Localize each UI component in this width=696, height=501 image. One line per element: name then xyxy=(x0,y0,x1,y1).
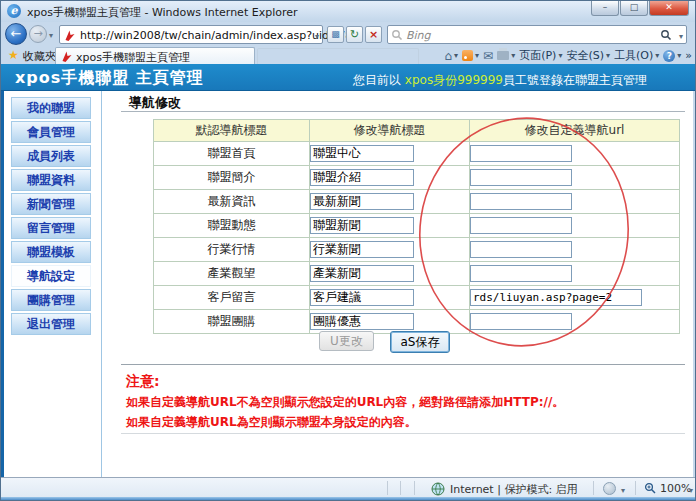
nav-url-input[interactable] xyxy=(470,217,572,234)
page-menu[interactable]: 页面(P) xyxy=(519,48,556,63)
page-dropdown-icon[interactable]: ▾ xyxy=(558,51,562,60)
zoom-dropdown-icon[interactable]: ▾ xyxy=(689,486,693,495)
print-dropdown-icon[interactable]: ▾ xyxy=(511,51,515,60)
notice-block: 注意: 如果自定義導航URL不為空則顯示您設定的URL內容，絕對路徑請添加HTT… xyxy=(126,373,564,431)
favorites-star-icon[interactable]: ★ xyxy=(8,48,19,62)
search-input[interactable]: Bing ▾ xyxy=(387,25,687,44)
home-icon[interactable]: ⌂ xyxy=(444,49,452,63)
stop-button[interactable]: × xyxy=(365,26,382,43)
page-header: xpos手機聯盟 主頁管理 您目前以 xpos身份999999員工號登錄在聯盟主… xyxy=(1,64,695,91)
home-dropdown-icon[interactable]: ▾ xyxy=(454,51,458,60)
safety-dropdown-icon[interactable]: ▾ xyxy=(606,51,610,60)
table-row: 產業觀望 xyxy=(154,262,680,286)
minimize-button[interactable]: – xyxy=(591,1,619,16)
xpos-favicon-icon xyxy=(63,29,76,42)
table-row: 聯盟動態 xyxy=(154,214,680,238)
notice-title: 注意: xyxy=(126,373,564,391)
nav-url-input[interactable] xyxy=(470,145,572,162)
feeds-dropdown-icon[interactable]: ▾ xyxy=(475,51,479,60)
default-title-cell: 聯盟團購 xyxy=(154,310,310,334)
sidebar-item[interactable]: 聯盟資料 xyxy=(11,169,91,191)
nav-title-input[interactable] xyxy=(310,145,414,162)
forward-button[interactable]: → xyxy=(29,25,47,43)
table-row: 客戶留言 xyxy=(154,286,680,310)
sidebar-item[interactable]: 聯盟模板 xyxy=(11,241,91,263)
site-title: xpos手機聯盟 主頁管理 xyxy=(15,68,204,89)
header-edit-title: 修改導航標題 xyxy=(310,120,470,142)
nav-url-input[interactable] xyxy=(470,289,642,306)
compatibility-view-button[interactable]: ▩ xyxy=(327,26,344,43)
default-title-cell: 聯盟首頁 xyxy=(154,142,310,166)
sidebar-item[interactable]: 成員列表 xyxy=(11,145,91,167)
nav-title-input[interactable] xyxy=(310,169,414,186)
sidebar-item[interactable]: 新聞管理 xyxy=(11,193,91,215)
print-icon[interactable] xyxy=(497,51,509,60)
tools-menu[interactable]: 工具(O) xyxy=(614,48,653,63)
help-icon[interactable]: ? xyxy=(663,50,675,62)
favorites-button[interactable]: 收藏夾 xyxy=(23,49,56,64)
history-dropdown-icon[interactable]: ▾ xyxy=(49,31,53,40)
save-button[interactable]: aS保存 xyxy=(390,331,450,353)
default-title-cell: 聯盟簡介 xyxy=(154,166,310,190)
tab-active[interactable]: xpos手機聯盟主頁管理 xyxy=(55,47,255,64)
table-header-row: 默認導航標題 修改導航標題 修改自定義導航url xyxy=(154,120,680,142)
overflow-chevrons[interactable]: » xyxy=(685,49,692,62)
table-row: 行業行情 xyxy=(154,238,680,262)
nav-title-input[interactable] xyxy=(310,241,414,258)
sidebar-item[interactable]: 我的聯盟 xyxy=(11,97,91,119)
tools-dropdown-icon[interactable]: ▾ xyxy=(655,51,659,60)
address-bar: ← → ▾ http://win2008/tw/chain/admin/inde… xyxy=(1,22,695,47)
zoom-level[interactable]: 100% xyxy=(660,482,691,495)
url-dropdown-icon[interactable]: ▾ xyxy=(315,32,319,41)
nav-url-input[interactable] xyxy=(470,241,572,258)
privacy-icon[interactable] xyxy=(603,482,616,495)
nav-title-input[interactable] xyxy=(310,289,414,306)
nav-title-input[interactable] xyxy=(310,193,414,210)
nav-title-input[interactable] xyxy=(310,313,414,330)
close-button[interactable]: ✕ xyxy=(649,1,689,16)
nav-url-input[interactable] xyxy=(470,313,572,330)
modify-button[interactable]: U更改 xyxy=(319,331,374,351)
read-mail-icon[interactable]: ✉ xyxy=(483,49,493,63)
maximize-button[interactable]: □ xyxy=(620,1,648,16)
default-title-cell: 客戶留言 xyxy=(154,286,310,310)
feeds-icon[interactable] xyxy=(462,50,473,61)
privacy-dropdown-icon[interactable]: ▾ xyxy=(621,486,625,495)
table-row: 聯盟團購 xyxy=(154,310,680,334)
table-row: 聯盟簡介 xyxy=(154,166,680,190)
nav-url-input[interactable] xyxy=(470,169,572,186)
search-icon[interactable] xyxy=(660,29,672,41)
new-tab-stub[interactable] xyxy=(257,48,419,64)
search-dropdown-icon[interactable]: ▾ xyxy=(679,32,683,41)
sidebar: 我的聯盟會員管理成員列表聯盟資料新聞管理留言管理聯盟模板導航設定團購管理退出管理 xyxy=(11,97,91,337)
content-area: 我的聯盟會員管理成員列表聯盟資料新聞管理留言管理聯盟模板導航設定團購管理退出管理… xyxy=(1,91,693,477)
tab-bar: ★ 收藏夾 xpos手機聯盟主頁管理 ⌂▾ ▾ ✉ ▾ 页面(P)▾ 安全(S)… xyxy=(1,47,695,64)
url-text: http://win2008/tw/chain/admin/index.asp?… xyxy=(80,29,352,42)
nav-title-input[interactable] xyxy=(310,217,414,234)
sidebar-item[interactable]: 導航設定 xyxy=(11,265,91,287)
sidebar-item[interactable]: 留言管理 xyxy=(11,217,91,239)
sidebar-item[interactable]: 會員管理 xyxy=(11,121,91,143)
refresh-button[interactable]: ↻ xyxy=(346,26,363,43)
search-provider-icon xyxy=(391,29,403,41)
nav-url-input[interactable] xyxy=(470,193,572,210)
main-panel: 導航修改 默認導航標題 修改導航標題 修改自定義導航url 聯盟首頁 聯盟簡介 xyxy=(102,91,693,477)
nav-title-input[interactable] xyxy=(310,265,414,282)
nav-url-input[interactable] xyxy=(470,265,572,282)
safety-menu[interactable]: 安全(S) xyxy=(566,48,604,63)
default-title-cell: 產業觀望 xyxy=(154,262,310,286)
sidebar-item[interactable]: 退出管理 xyxy=(11,313,91,335)
sidebar-item[interactable]: 團購管理 xyxy=(11,289,91,311)
window-title: xpos手機聯盟主頁管理 - Windows Internet Explorer xyxy=(27,5,298,20)
zoom-icon[interactable] xyxy=(644,482,657,495)
tab-title: xpos手機聯盟主頁管理 xyxy=(76,50,190,65)
browser-window: e xpos手機聯盟主頁管理 - Windows Internet Explor… xyxy=(0,0,696,501)
login-status: 您目前以 xpos身份999999員工號登錄在聯盟主頁管理 xyxy=(353,72,647,89)
url-field[interactable]: http://win2008/tw/chain/admin/index.asp?… xyxy=(59,25,323,44)
default-title-cell: 行業行情 xyxy=(154,238,310,262)
back-button[interactable]: ← xyxy=(5,23,27,45)
help-dropdown-icon[interactable]: ▾ xyxy=(677,51,681,60)
tab-favicon-icon xyxy=(60,50,73,63)
header-default-title: 默認導航標題 xyxy=(154,120,310,142)
section-divider xyxy=(121,364,685,365)
